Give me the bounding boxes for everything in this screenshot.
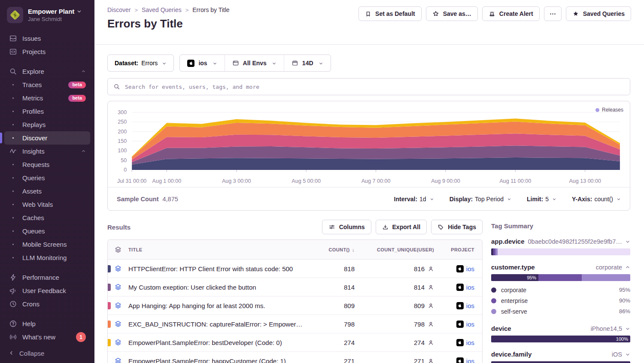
tag-distribution-bar[interactable]: 100% bbox=[491, 336, 630, 342]
tag-legend-row[interactable]: corporate 95% bbox=[491, 284, 630, 295]
stack-icon[interactable] bbox=[108, 320, 128, 328]
tag-header[interactable]: device iPhone14,5 bbox=[491, 325, 630, 332]
sample-count-value: 4,875 bbox=[162, 196, 178, 203]
sidebar-item-requests[interactable]: Requests bbox=[4, 158, 90, 171]
tag-header[interactable]: app.device 0baebc0de4982f1255f2e9e9fb7… bbox=[491, 238, 630, 245]
chevron-down-icon bbox=[507, 197, 511, 201]
count-value: 274 bbox=[310, 339, 355, 346]
interval-selector[interactable]: Interval: 1d bbox=[394, 196, 434, 203]
stack-icon[interactable] bbox=[108, 302, 128, 309]
column-header-count-unique[interactable]: COUNT_UNIQUE(USER) bbox=[355, 247, 434, 252]
error-title[interactable]: HTTPClientError: HTTP Client Error with … bbox=[128, 265, 310, 272]
date-range-filter[interactable]: 14D bbox=[284, 55, 331, 71]
breadcrumb-discover[interactable]: Discover bbox=[107, 6, 131, 13]
sidebar-item-issues[interactable]: Issues bbox=[4, 32, 90, 45]
sidebar-item-queries[interactable]: Queries bbox=[4, 171, 90, 185]
saved-queries-button[interactable]: Saved Queries bbox=[566, 6, 631, 21]
svg-text:0: 0 bbox=[124, 167, 127, 173]
table-row[interactable]: My Custom exeption: User clicked the but… bbox=[108, 278, 482, 296]
sidebar-collapse-button[interactable]: Collapse bbox=[0, 350, 94, 357]
column-header-project[interactable]: PROJECT bbox=[434, 247, 482, 252]
project-link[interactable]: ios bbox=[466, 357, 474, 363]
tag-block-app-device: app.device 0baebc0de4982f1255f2e9e9fb7… bbox=[491, 238, 630, 255]
dataset-value: Errors bbox=[141, 60, 158, 67]
sidebar-item-discover[interactable]: Discover bbox=[4, 131, 90, 145]
breadcrumb-saved-queries[interactable]: Saved Queries bbox=[142, 6, 182, 13]
more-options-button[interactable] bbox=[544, 6, 562, 21]
create-alert-button[interactable]: Create Alert bbox=[482, 6, 540, 21]
dataset-selector[interactable]: Dataset: Errors bbox=[107, 54, 174, 72]
sidebar-item-insights[interactable]: Insights bbox=[4, 145, 90, 158]
error-title[interactable]: App Hanging: App hanging for at least 20… bbox=[128, 302, 310, 309]
project-filter[interactable]: ios bbox=[180, 55, 224, 71]
display-selector[interactable]: Display: Top Period bbox=[450, 196, 511, 203]
column-header-count[interactable]: COUNT() ↓ bbox=[310, 247, 355, 252]
sidebar-item-web-vitals[interactable]: Web Vitals bbox=[4, 198, 90, 211]
error-title[interactable]: EmpowerPlant.SampleError: happyCustomer … bbox=[128, 357, 310, 363]
tag-legend-row[interactable]: self-serve 86% bbox=[491, 306, 630, 317]
sidebar-item-whats-new[interactable]: What's new 1 bbox=[4, 330, 90, 344]
sidebar-item-caches[interactable]: Caches bbox=[4, 211, 90, 224]
stack-icon[interactable] bbox=[108, 283, 128, 291]
table-row[interactable]: App Hanging: App hanging for at least 20… bbox=[108, 296, 482, 315]
project-link[interactable]: ios bbox=[466, 302, 474, 309]
project-link[interactable]: ios bbox=[466, 321, 474, 328]
sidebar-item-help[interactable]: Help bbox=[4, 317, 90, 330]
table-row[interactable]: HTTPClientError: HTTP Client Error with … bbox=[108, 260, 482, 278]
yaxis-selector[interactable]: Y-Axis: count() bbox=[572, 196, 621, 203]
sidebar-item-user-feedback[interactable]: User Feedback bbox=[4, 284, 90, 297]
sidebar-item-queues[interactable]: Queues bbox=[4, 224, 90, 238]
sidebar-item-explore[interactable]: Explore bbox=[4, 65, 90, 78]
chart-area[interactable]: 050100150200250300Jul 31 00:00Aug 1 00:0… bbox=[108, 101, 630, 187]
column-header-title[interactable]: TITLE bbox=[128, 247, 310, 252]
count-value: 814 bbox=[310, 284, 355, 291]
project-link[interactable]: ios bbox=[466, 339, 474, 346]
set-as-default-button[interactable]: Set as Default bbox=[358, 6, 422, 21]
table-header-row: TITLE COUNT() ↓ COUNT_UNIQUE(USER) PROJE… bbox=[108, 240, 482, 260]
sidebar-item-traces[interactable]: Traces beta bbox=[4, 78, 90, 91]
search-input[interactable] bbox=[124, 83, 624, 91]
error-title[interactable]: My Custom exeption: User clicked the but… bbox=[128, 284, 310, 291]
tag-distribution-bar[interactable]: 100% bbox=[491, 361, 630, 363]
apple-icon bbox=[456, 284, 464, 291]
error-title[interactable]: EXC_BAD_INSTRUCTION: captureFatalError: … bbox=[128, 321, 310, 328]
table-row[interactable]: EmpowerPlant.SampleError: bestDeveloper … bbox=[108, 333, 482, 352]
tag-icon bbox=[437, 224, 444, 230]
columns-button[interactable]: Columns bbox=[322, 220, 371, 234]
sidebar-item-label: Metrics bbox=[22, 94, 43, 102]
tag-legend-row[interactable]: enterprise 90% bbox=[491, 295, 630, 306]
project-link[interactable]: ios bbox=[466, 265, 474, 272]
tag-top-value: corporate bbox=[596, 264, 622, 271]
tag-header[interactable]: device.family iOS bbox=[491, 351, 630, 358]
tag-top-value: 0baebc0de4982f1255f2e9e9fb7… bbox=[528, 238, 622, 245]
page-header: Discover > Saved Queries > Errors by Tit… bbox=[94, 0, 644, 45]
sidebar-item-assets[interactable]: Assets bbox=[4, 185, 90, 198]
table-row[interactable]: EmpowerPlant.SampleError: happyCustomer … bbox=[108, 352, 482, 363]
stack-icon[interactable] bbox=[108, 357, 128, 363]
sidebar-item-performance[interactable]: Performance bbox=[4, 271, 90, 284]
sidebar-item-projects[interactable]: Projects bbox=[4, 45, 90, 58]
sidebar-item-mobile-screens[interactable]: Mobile Screens bbox=[4, 238, 90, 251]
limit-value: 5 bbox=[545, 196, 549, 203]
tag-distribution-bar[interactable] bbox=[491, 248, 630, 255]
project-link[interactable]: ios bbox=[466, 284, 474, 291]
error-title[interactable]: EmpowerPlant.SampleError: bestDeveloper … bbox=[128, 339, 310, 346]
tag-header[interactable]: customer.type corporate bbox=[491, 263, 630, 271]
sidebar-item-replays[interactable]: Replays bbox=[4, 118, 90, 131]
sidebar-item-metrics[interactable]: Metrics beta bbox=[4, 91, 90, 105]
org-switcher[interactable]: Empower Plant Jane Schmidt bbox=[0, 6, 94, 28]
sidebar-item-llm-monitoring[interactable]: LLM Monitoring bbox=[4, 251, 90, 264]
tag-distribution-bar[interactable]: 95% bbox=[491, 274, 630, 281]
window-icon bbox=[232, 60, 239, 67]
sidebar-item-profiles[interactable]: Profiles bbox=[4, 105, 90, 118]
save-as-button[interactable]: Save as… bbox=[426, 6, 478, 21]
export-all-button[interactable]: Export All bbox=[376, 220, 427, 234]
stack-icon[interactable] bbox=[108, 339, 128, 346]
limit-selector[interactable]: Limit: 5 bbox=[527, 196, 556, 203]
chart-legend[interactable]: Releases bbox=[595, 107, 623, 113]
stack-icon[interactable] bbox=[108, 265, 128, 272]
sidebar-item-crons[interactable]: Crons bbox=[4, 297, 90, 311]
table-row[interactable]: EXC_BAD_INSTRUCTION: captureFatalError: … bbox=[108, 315, 482, 333]
hide-tags-button[interactable]: Hide Tags bbox=[431, 220, 483, 234]
environment-filter[interactable]: All Envs bbox=[225, 55, 284, 71]
